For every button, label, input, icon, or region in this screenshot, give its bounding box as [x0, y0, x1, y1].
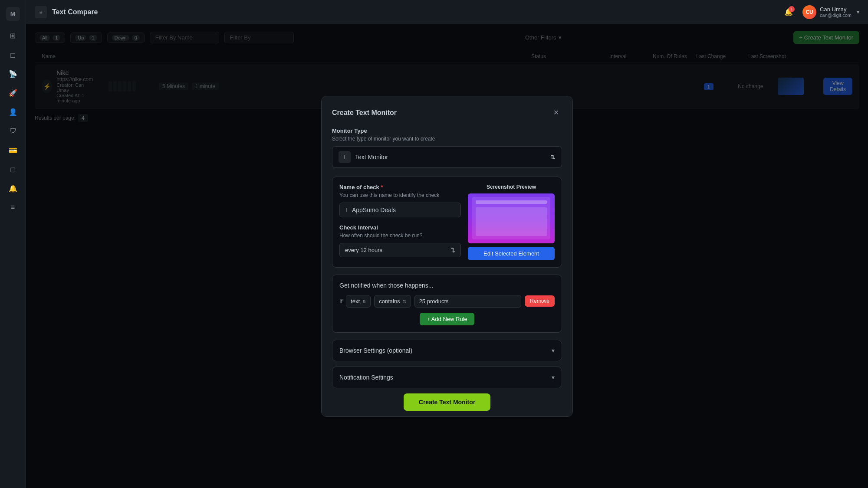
sidebar-item-pages[interactable]: ◻: [5, 161, 21, 177]
user-dropdown-arrow[interactable]: ▾: [857, 9, 859, 15]
rule-condition-select[interactable]: contains ⇅: [374, 295, 411, 308]
name-sub: You can use this name to identify the ch…: [339, 192, 461, 198]
notification-settings-label: Notification Settings: [339, 374, 393, 381]
check-left: Name of check * You can use this name to…: [339, 184, 461, 260]
modal-header: Create Text Monitor ✕: [332, 107, 562, 119]
screenshot-preview: [468, 193, 555, 243]
edit-selected-element-button[interactable]: Edit Selected Element: [468, 247, 555, 260]
rule-type-arrow: ⇅: [362, 299, 366, 304]
monitor-type-sub: Select the type of monitor you want to c…: [332, 136, 562, 142]
monitor-type-value: Text Monitor: [355, 154, 388, 160]
notification-bell[interactable]: 🔔 1: [782, 5, 796, 19]
sidebar: M ⊞ ◻ 📡 🚀 👤 🛡 💳 ◻ 🔔 ≡: [0, 0, 26, 488]
name-input-wrapper: T: [339, 203, 461, 217]
interval-value: every 12 hours: [345, 247, 382, 253]
sidebar-item-notifications[interactable]: 🔔: [5, 180, 21, 196]
modal-title: Create Text Monitor: [332, 109, 397, 117]
page-title: Text Compare: [52, 8, 776, 16]
user-email: can@digit.com: [820, 13, 852, 18]
browser-settings-section[interactable]: Browser Settings (optional) ▾: [332, 340, 562, 361]
name-label: Name of check *: [339, 184, 461, 190]
monitor-type-icon: T: [339, 151, 351, 163]
rule-row: If text ⇅ contains ⇅ Remove: [339, 295, 555, 308]
sidebar-item-users[interactable]: 👤: [5, 104, 21, 120]
topbar: ≡ Text Compare 🔔 1 CU Can Umay can@digit…: [26, 0, 868, 24]
create-monitor-button[interactable]: Create Text Monitor: [404, 393, 490, 411]
create-text-monitor-modal: Create Text Monitor ✕ Monitor Type Selec…: [321, 96, 573, 417]
notify-section: Get notified when those happens... If te…: [332, 275, 562, 333]
check-section: Name of check * You can use this name to…: [332, 177, 562, 268]
browser-settings-arrow: ▾: [552, 347, 555, 354]
screenshot-label: Screenshot Preview: [468, 184, 555, 190]
page-icon: ≡: [35, 6, 47, 18]
check-right: Screenshot Preview Edit Selected Element: [468, 184, 555, 260]
sidebar-item-menu[interactable]: ≡: [5, 200, 21, 215]
required-asterisk: *: [381, 184, 383, 190]
topbar-right: 🔔 1 CU Can Umay can@digit.com ▾: [782, 5, 859, 19]
monitor-type-select[interactable]: T Text Monitor ⇅: [332, 146, 562, 168]
check-name-input[interactable]: [352, 206, 455, 213]
sidebar-item-launches[interactable]: 🚀: [5, 85, 21, 101]
sidebar-item-monitors[interactable]: ◻: [5, 47, 21, 62]
modal-close-button[interactable]: ✕: [550, 107, 562, 119]
rule-condition-value: contains: [379, 298, 400, 305]
user-name: Can Umay: [820, 6, 852, 13]
name-input-icon: T: [345, 206, 349, 213]
rule-type-select[interactable]: text ⇅: [346, 295, 371, 308]
rule-condition-arrow: ⇅: [403, 299, 406, 304]
monitor-type-label: Monitor Type: [332, 128, 562, 134]
user-details: Can Umay can@digit.com: [820, 6, 852, 18]
if-label: If: [339, 298, 342, 305]
user-info: CU Can Umay can@digit.com ▾: [802, 5, 859, 19]
sidebar-item-security[interactable]: 🛡: [5, 123, 21, 139]
remove-rule-button[interactable]: Remove: [525, 295, 555, 307]
modal-overlay: Create Text Monitor ✕ Monitor Type Selec…: [26, 24, 868, 488]
add-new-rule-button[interactable]: + Add New Rule: [420, 313, 474, 325]
notification-count: 1: [789, 6, 795, 12]
sidebar-item-signals[interactable]: 📡: [5, 66, 21, 82]
app-logo: M: [6, 7, 20, 21]
sidebar-item-billing[interactable]: 💳: [5, 142, 21, 158]
monitor-type-arrow: ⇅: [550, 154, 556, 160]
monitor-type-section: Monitor Type Select the type of monitor …: [332, 128, 562, 168]
sidebar-item-dashboard[interactable]: ⊞: [5, 28, 21, 43]
notification-settings-section[interactable]: Notification Settings ▾: [332, 367, 562, 388]
rule-type-value: text: [351, 298, 360, 305]
browser-settings-label: Browser Settings (optional): [339, 347, 412, 354]
notify-title: Get notified when those happens...: [339, 282, 555, 289]
interval-arrow: ⇅: [450, 247, 455, 253]
avatar: CU: [802, 5, 816, 19]
interval-sub: How often should the check be run?: [339, 233, 461, 239]
rule-value-input[interactable]: [414, 295, 522, 308]
interval-select[interactable]: every 12 hours ⇅: [339, 243, 461, 257]
interval-label: Check Interval: [339, 224, 461, 231]
notification-settings-arrow: ▾: [552, 374, 555, 381]
